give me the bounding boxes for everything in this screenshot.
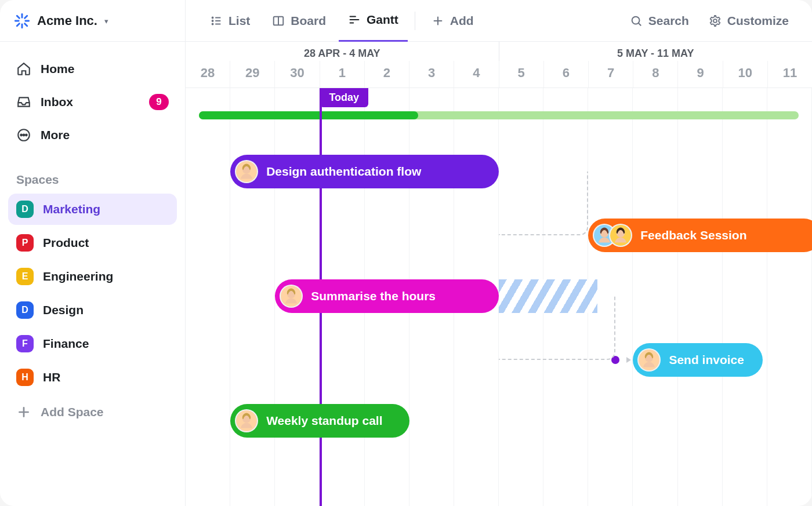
toolbar-separator bbox=[415, 12, 415, 30]
day-cell: 11 bbox=[768, 61, 812, 88]
spaces-section-title: Spaces bbox=[0, 155, 185, 194]
task-bar-t3[interactable]: Summarise the hours bbox=[275, 279, 499, 313]
svg-point-15 bbox=[212, 20, 213, 21]
space-badge: E bbox=[16, 268, 34, 285]
workspace-logo-icon bbox=[14, 13, 30, 29]
task-bar-t1[interactable]: Design authentication flow bbox=[230, 155, 499, 188]
svg-line-4 bbox=[17, 16, 19, 18]
task-bar-t2[interactable]: Feedback Session bbox=[588, 219, 812, 252]
avatar bbox=[609, 224, 632, 247]
svg-line-7 bbox=[17, 23, 19, 26]
space-item-marketing[interactable]: DMarketing bbox=[8, 194, 177, 225]
space-item-hr[interactable]: HHR bbox=[8, 362, 177, 393]
day-cell: 30 bbox=[275, 61, 320, 88]
task-label: Send invoice bbox=[669, 353, 744, 367]
primary-nav: Home Inbox 9 More bbox=[0, 42, 185, 155]
space-label: Design bbox=[43, 303, 84, 317]
plus-icon bbox=[16, 405, 31, 420]
nav-home-label: Home bbox=[41, 62, 74, 76]
tab-board-label: Board bbox=[291, 14, 326, 28]
space-list: DMarketingPProductEEngineeringDDesignFFi… bbox=[0, 194, 185, 393]
svg-line-6 bbox=[25, 16, 27, 18]
add-view-button[interactable]: Add bbox=[422, 0, 483, 42]
svg-point-16 bbox=[212, 23, 213, 24]
chevron-down-icon: ▾ bbox=[104, 17, 108, 26]
space-badge: P bbox=[16, 234, 34, 252]
space-label: Marketing bbox=[43, 202, 100, 216]
dependency-arrow-icon bbox=[626, 357, 631, 363]
svg-point-27 bbox=[632, 16, 639, 24]
inbox-icon bbox=[16, 94, 31, 110]
gear-icon bbox=[709, 14, 722, 27]
week-range-2: 5 MAY - 11 MAY bbox=[499, 42, 813, 61]
gantt-icon bbox=[348, 13, 361, 26]
day-cell: 3 bbox=[409, 61, 454, 88]
space-badge: D bbox=[16, 201, 34, 218]
avatar bbox=[637, 348, 661, 372]
tab-list[interactable]: List bbox=[201, 0, 259, 42]
space-item-engineering[interactable]: EEngineering bbox=[8, 261, 177, 292]
task-label: Design authentication flow bbox=[266, 165, 421, 179]
task-label: Feedback Session bbox=[640, 228, 746, 242]
space-label: Engineering bbox=[43, 270, 113, 283]
search-button[interactable]: Search bbox=[622, 8, 697, 34]
svg-point-10 bbox=[23, 134, 25, 136]
space-item-product[interactable]: PProduct bbox=[8, 227, 177, 259]
day-cell: 28 bbox=[186, 61, 230, 88]
sidebar: Acme Inc. ▾ Home Inbox 9 More bbox=[0, 0, 186, 506]
add-view-label: Add bbox=[450, 14, 474, 28]
space-badge: H bbox=[16, 369, 34, 386]
add-space-label: Add Space bbox=[41, 405, 104, 419]
svg-point-14 bbox=[212, 17, 213, 18]
gantt-chart[interactable]: TodayDesign authentication flowFeedback … bbox=[186, 88, 812, 506]
progress-fill bbox=[199, 111, 418, 119]
view-toolbar: List Board Gantt Add bbox=[186, 0, 812, 42]
tab-board[interactable]: Board bbox=[263, 0, 335, 42]
nav-more[interactable]: More bbox=[8, 121, 177, 150]
nav-inbox[interactable]: Inbox 9 bbox=[8, 87, 177, 117]
timeline-header: 28 APR - 4 MAY 5 MAY - 11 MAY 2829301234… bbox=[186, 42, 812, 88]
avatar bbox=[280, 285, 303, 308]
add-space-button[interactable]: Add Space bbox=[8, 396, 177, 428]
task-label: Weekly standup call bbox=[266, 414, 382, 428]
list-icon bbox=[210, 14, 223, 27]
tab-gantt[interactable]: Gantt bbox=[339, 0, 408, 42]
app-root: Acme Inc. ▾ Home Inbox 9 More bbox=[0, 0, 812, 506]
tab-gantt-label: Gantt bbox=[367, 13, 398, 27]
task-bar-t5[interactable]: Weekly standup call bbox=[230, 404, 409, 438]
nav-more-label: More bbox=[41, 128, 70, 142]
more-icon bbox=[16, 128, 31, 143]
space-item-finance[interactable]: FFinance bbox=[8, 328, 177, 359]
main: List Board Gantt Add bbox=[186, 0, 812, 506]
task-buffer bbox=[499, 279, 597, 313]
workspace-switcher[interactable]: Acme Inc. ▾ bbox=[0, 0, 185, 42]
board-icon bbox=[272, 14, 285, 27]
avatar bbox=[235, 409, 258, 432]
space-badge: F bbox=[16, 335, 34, 352]
day-cell: 10 bbox=[723, 61, 768, 88]
svg-line-5 bbox=[25, 23, 27, 26]
space-label: Finance bbox=[43, 337, 89, 351]
customize-button[interactable]: Customize bbox=[701, 8, 797, 34]
space-item-design[interactable]: DDesign bbox=[8, 294, 177, 326]
customize-label: Customize bbox=[727, 14, 789, 28]
svg-point-9 bbox=[20, 134, 22, 136]
day-cell: 5 bbox=[499, 61, 544, 88]
home-icon bbox=[16, 61, 31, 77]
search-label: Search bbox=[648, 14, 689, 28]
task-bar-t4[interactable]: Send invoice bbox=[633, 343, 763, 377]
nav-inbox-label: Inbox bbox=[41, 95, 73, 109]
space-label: Product bbox=[43, 236, 89, 250]
workspace-name: Acme Inc. bbox=[37, 13, 97, 28]
avatar bbox=[235, 160, 258, 183]
day-cell: 29 bbox=[230, 61, 275, 88]
day-cell: 1 bbox=[320, 61, 365, 88]
svg-point-11 bbox=[26, 134, 27, 136]
day-axis: 2829301234567891011 bbox=[186, 61, 812, 88]
svg-line-28 bbox=[638, 23, 641, 26]
dependency-connector bbox=[499, 172, 588, 235]
plus-icon bbox=[432, 14, 444, 27]
day-cell: 6 bbox=[544, 61, 589, 88]
nav-home[interactable]: Home bbox=[8, 54, 177, 83]
svg-point-29 bbox=[713, 19, 717, 23]
